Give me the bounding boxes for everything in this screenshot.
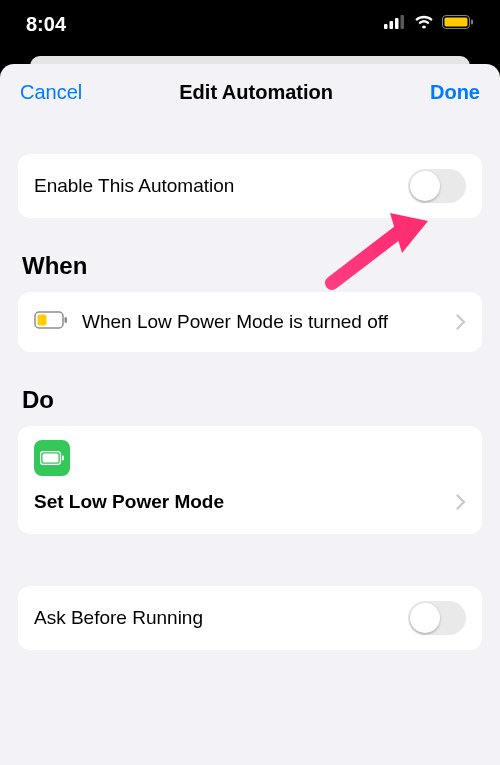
done-button[interactable]: Done bbox=[430, 81, 480, 104]
ask-before-running-row: Ask Before Running bbox=[18, 586, 482, 650]
status-bar: 8:04 bbox=[0, 0, 500, 48]
do-action-label: Set Low Power Mode bbox=[34, 491, 224, 513]
content-area: Enable This Automation When When Low Pow… bbox=[0, 120, 500, 650]
action-app-icon bbox=[34, 440, 70, 476]
nav-bar: Cancel Edit Automation Done bbox=[0, 64, 500, 120]
low-power-battery-icon bbox=[34, 311, 68, 333]
status-time: 8:04 bbox=[26, 13, 66, 36]
when-item-label: When Low Power Mode is turned off bbox=[82, 311, 442, 333]
spacer bbox=[18, 534, 482, 586]
chevron-right-icon bbox=[456, 488, 466, 516]
do-row: Set Low Power Mode bbox=[34, 488, 466, 516]
ask-before-running-card: Ask Before Running bbox=[18, 586, 482, 650]
wifi-icon bbox=[414, 15, 434, 33]
svg-rect-12 bbox=[62, 456, 64, 461]
svg-rect-5 bbox=[445, 18, 468, 27]
toggle-knob bbox=[410, 603, 440, 633]
battery-full-icon bbox=[40, 451, 64, 465]
svg-rect-9 bbox=[65, 317, 68, 323]
enable-automation-card: Enable This Automation bbox=[18, 154, 482, 218]
status-right bbox=[384, 15, 474, 33]
svg-rect-1 bbox=[390, 21, 394, 29]
battery-icon bbox=[442, 15, 474, 33]
do-card[interactable]: Set Low Power Mode bbox=[18, 426, 482, 534]
when-heading: When bbox=[22, 252, 478, 280]
cancel-button[interactable]: Cancel bbox=[20, 81, 82, 104]
svg-rect-8 bbox=[38, 315, 47, 326]
toggle-knob bbox=[410, 171, 440, 201]
svg-rect-11 bbox=[43, 454, 59, 463]
when-row: When Low Power Mode is turned off bbox=[18, 292, 482, 352]
modal-sheet: Cancel Edit Automation Done Enable This … bbox=[0, 64, 500, 765]
do-heading: Do bbox=[22, 386, 478, 414]
svg-rect-6 bbox=[471, 20, 473, 25]
enable-automation-row: Enable This Automation bbox=[18, 154, 482, 218]
cellular-icon bbox=[384, 15, 406, 33]
page-title: Edit Automation bbox=[179, 81, 333, 104]
ask-before-running-toggle[interactable] bbox=[408, 601, 466, 635]
spacer bbox=[18, 120, 482, 154]
svg-rect-0 bbox=[384, 24, 388, 29]
when-card[interactable]: When Low Power Mode is turned off bbox=[18, 292, 482, 352]
svg-rect-3 bbox=[401, 15, 405, 29]
svg-rect-2 bbox=[395, 18, 399, 29]
chevron-right-icon bbox=[456, 308, 466, 336]
enable-automation-toggle[interactable] bbox=[408, 169, 466, 203]
ask-before-running-label: Ask Before Running bbox=[34, 607, 203, 629]
enable-automation-label: Enable This Automation bbox=[34, 175, 234, 197]
